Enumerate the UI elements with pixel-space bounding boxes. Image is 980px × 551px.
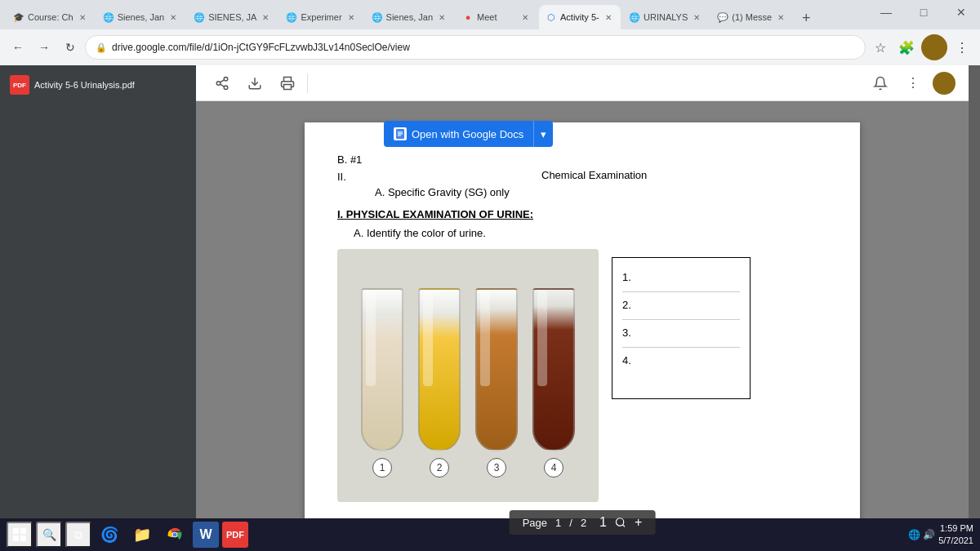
- tab-close-sienes2[interactable]: ✕: [260, 11, 271, 23]
- back-button[interactable]: ←: [7, 36, 29, 59]
- new-tab-button[interactable]: +: [795, 7, 817, 29]
- taskbar-time: 1:59 PM: [938, 522, 973, 535]
- svg-point-19: [173, 533, 177, 537]
- tab-bar: 🎓 Course: Ch ✕ 🌐 Sienes, Jan ✕ 🌐 SIENES,…: [0, 0, 980, 29]
- tab-messenger[interactable]: 💬 (1) Messe ✕: [710, 5, 793, 29]
- open-with-dropdown-button[interactable]: ▾: [533, 121, 553, 147]
- tab-sienes3[interactable]: 🌐 Sienes, Jan ✕: [365, 5, 454, 29]
- tab-course[interactable]: 🎓 Course: Ch ✕: [7, 5, 95, 29]
- search-taskbar-button[interactable]: 🔍: [36, 522, 62, 548]
- section-b-label: B. #1: [337, 153, 827, 166]
- tab-favicon-urinalysis: 🌐: [629, 11, 640, 23]
- tube-wrapper-2: 2: [418, 288, 461, 478]
- tab-sienes2[interactable]: 🌐 SIENES, JA ✕: [187, 5, 278, 29]
- maximize-button[interactable]: □: [905, 0, 942, 24]
- chrome-button[interactable]: [160, 520, 189, 549]
- browser-window: 🎓 Course: Ch ✕ 🌐 Sienes, Jan ✕ 🌐 SIENES,…: [0, 0, 980, 551]
- tube-3: [475, 288, 518, 451]
- tube-4: [532, 288, 575, 451]
- section-ii: II. Chemical Examination: [337, 171, 827, 183]
- refresh-button[interactable]: ↻: [59, 36, 82, 59]
- minimize-button[interactable]: —: [867, 0, 905, 24]
- roman-numeral: II.: [337, 171, 362, 183]
- tab-close-sienes3[interactable]: ✕: [436, 11, 448, 23]
- open-with-google-docs-button[interactable]: Open with Google Docs: [384, 121, 533, 147]
- tab-close-meet[interactable]: ✕: [519, 11, 531, 23]
- tab-label-course: Course: Ch: [28, 12, 74, 22]
- more-options-button[interactable]: ⋮: [900, 70, 926, 96]
- svg-point-11: [617, 518, 624, 526]
- pdf-page: B. #1 II. Chemical Examination A. Specif…: [305, 122, 860, 547]
- tube-label-4: 4: [544, 458, 564, 478]
- zoom-fit-button[interactable]: [615, 517, 626, 528]
- avatar[interactable]: [921, 34, 947, 60]
- page-controls: Page 1 / 2 1 +: [510, 510, 656, 535]
- docs-icon: [394, 127, 407, 140]
- word-app-button[interactable]: W: [193, 522, 219, 548]
- page-total: 2: [581, 517, 586, 529]
- close-button[interactable]: ✕: [942, 0, 980, 24]
- tube-label-3: 3: [487, 458, 506, 478]
- tab-meet[interactable]: ● Meet ✕: [456, 5, 537, 29]
- acrobat-button[interactable]: PDF: [222, 522, 248, 548]
- taskbar: 🔍 ⧉ 🌀 📁 W PDF 🌐 🔊 1:59 PM 5/7/2: [0, 518, 980, 551]
- zoom-in-button[interactable]: +: [635, 515, 642, 530]
- forward-button[interactable]: →: [33, 36, 56, 59]
- tab-close-activity[interactable]: ✕: [603, 11, 614, 23]
- start-button[interactable]: [7, 522, 33, 548]
- bookmark-button[interactable]: ☆: [869, 36, 892, 59]
- url-bar[interactable]: 🔒 drive.google.com/file/d/1iOn-jCtGY9FcF…: [85, 35, 866, 60]
- zoom-out-button[interactable]: 1: [599, 515, 607, 530]
- tab-activity[interactable]: ⬡ Activity 5- ✕: [539, 5, 621, 29]
- tab-experiment[interactable]: 🌐 Experimer ✕: [279, 5, 363, 29]
- tab-favicon-course: 🎓: [13, 11, 24, 23]
- tab-favicon-sienes3: 🌐: [372, 11, 383, 23]
- menu-button[interactable]: ⋮: [951, 36, 973, 59]
- tab-close-messenger[interactable]: ✕: [775, 11, 786, 23]
- taskbar-date: 5/7/2021: [938, 535, 973, 547]
- tab-favicon-messenger: 💬: [717, 11, 728, 23]
- content-area: PDF Activity 5-6 Urinalysis.pdf: [0, 65, 980, 551]
- notification-button[interactable]: [867, 70, 893, 96]
- section-a-label: A. Identify the color of urine.: [354, 227, 827, 239]
- tubes-image: 1 2: [337, 249, 599, 502]
- tab-close-sienes1[interactable]: ✕: [167, 11, 179, 23]
- extensions-button[interactable]: 🧩: [895, 36, 918, 59]
- taskbar-right: 🌐 🔊 1:59 PM 5/7/2021: [908, 522, 973, 548]
- section-physical-label: I. PHYSICAL EXAMINATION OF URINE:: [337, 208, 827, 220]
- tube-wrapper-4: 4: [532, 288, 575, 478]
- task-view-button[interactable]: ⧉: [65, 522, 91, 548]
- answer-line-1: 1.: [622, 264, 740, 292]
- print-icon-button[interactable]: [274, 70, 301, 96]
- edge-app-button[interactable]: 🌀: [95, 520, 124, 549]
- svg-line-3: [220, 84, 224, 87]
- share-icon-button[interactable]: [209, 70, 235, 96]
- pdf-viewer[interactable]: ⋮ Open with Google Docs: [196, 65, 969, 551]
- tab-close-urinalysis[interactable]: ✕: [691, 11, 702, 23]
- tab-label-sienes2: SIENES, JA: [208, 12, 256, 22]
- tab-favicon-sienes1: 🌐: [103, 11, 114, 23]
- answer-line-3: 3.: [622, 320, 740, 348]
- tab-favicon-sienes2: 🌐: [194, 11, 205, 23]
- tab-urinalysis[interactable]: 🌐 URINALYS ✕: [622, 5, 709, 29]
- open-with-container: Open with Google Docs ▾: [384, 121, 553, 147]
- tab-close-course[interactable]: ✕: [77, 11, 88, 23]
- lock-icon: 🔒: [96, 42, 107, 53]
- svg-rect-14: [20, 528, 26, 534]
- tab-close-experiment[interactable]: ✕: [345, 11, 357, 23]
- file-explorer-button[interactable]: 📁: [127, 520, 157, 549]
- svg-point-0: [224, 77, 228, 81]
- specific-gravity-label: A. Specific Gravity (SG) only: [375, 186, 827, 198]
- tab-favicon-experiment: 🌐: [286, 11, 297, 23]
- toolbar-avatar[interactable]: [933, 72, 956, 95]
- tube-2: [418, 288, 461, 451]
- left-sidebar: PDF Activity 5-6 Urinalysis.pdf: [0, 65, 196, 551]
- svg-point-2: [224, 86, 228, 90]
- tab-favicon-activity: ⬡: [546, 11, 557, 23]
- tab-label-experiment: Experimer: [301, 12, 341, 22]
- tab-sienes1[interactable]: 🌐 Sienes, Jan ✕: [96, 5, 185, 29]
- svg-rect-6: [284, 84, 292, 89]
- page-separator: /: [569, 517, 572, 529]
- save-icon-button[interactable]: [242, 70, 268, 96]
- svg-line-12: [623, 525, 626, 527]
